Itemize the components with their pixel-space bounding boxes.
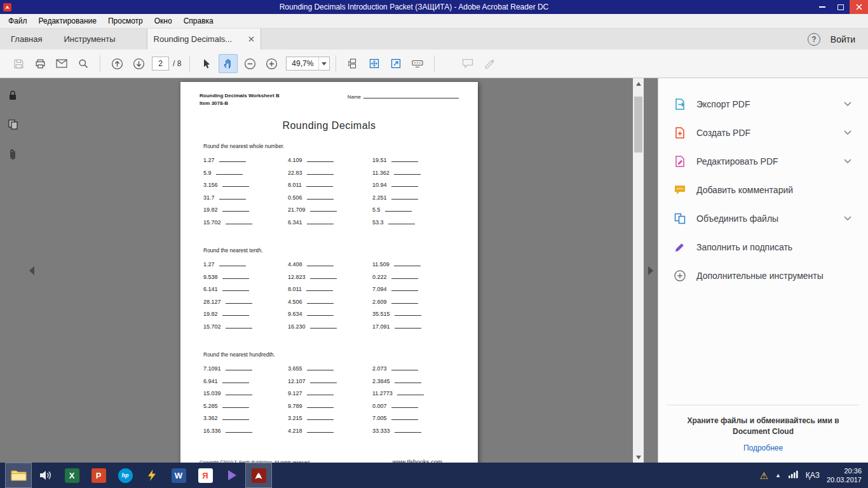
next-page-icon[interactable] [129, 54, 148, 73]
scrollbar-track[interactable] [633, 89, 644, 452]
print-icon[interactable] [31, 54, 50, 73]
hidden-icons-chevron-icon[interactable]: ▲ [775, 472, 781, 478]
tab-home[interactable]: Главная [0, 29, 53, 50]
menu-item[interactable]: Окно [149, 15, 178, 27]
section-instruction: Round the nearest whole number. [203, 143, 459, 149]
volume-icon[interactable] [32, 463, 58, 488]
save-icon[interactable] [9, 54, 28, 73]
panel-tool-label: Экспорт PDF [696, 99, 841, 109]
hand-tool-icon[interactable] [219, 54, 238, 73]
zoom-level-select[interactable]: 49,7% [286, 57, 330, 71]
problem-item: 10.94 [372, 181, 457, 194]
chevron-down-icon[interactable] [841, 99, 854, 109]
panel-tool[interactable]: Объединить файлы [662, 204, 864, 233]
panel-tool[interactable]: Редактировать PDF [662, 147, 864, 175]
previous-page-icon[interactable] [107, 54, 126, 73]
problem-number: 3.655 [288, 365, 302, 372]
answer-blank [222, 273, 249, 279]
scrolling-view-icon[interactable] [343, 54, 362, 73]
panel-tool[interactable]: Добавить комментарий [662, 175, 864, 204]
problem-item: 15.702 [203, 323, 288, 336]
problem-item: 12.823 [288, 273, 372, 286]
language-indicator[interactable]: ҚАЗ [806, 471, 820, 480]
scroll-up-button[interactable] [633, 78, 644, 89]
help-icon[interactable] [808, 33, 820, 46]
panel-tool[interactable]: Дополнительные инструменты [662, 261, 864, 290]
select-tool-icon[interactable] [197, 54, 216, 73]
problem-number: 17.091 [372, 323, 390, 330]
panel-tool[interactable]: Экспорт PDF [662, 90, 864, 118]
touch-mode-icon[interactable] [408, 54, 427, 73]
menu-item[interactable]: Просмотр [102, 15, 149, 27]
problem-item: 3.215 [288, 414, 372, 427]
powerpoint-icon[interactable]: P [85, 463, 112, 488]
comment-tool-icon[interactable] [458, 54, 477, 73]
network-signal-icon[interactable] [788, 470, 799, 481]
problem-number: 9.789 [288, 403, 302, 409]
problem-item: 12.107 [288, 377, 372, 390]
problem-number: 35.515 [372, 311, 390, 317]
tab-tools[interactable]: Инструменты [53, 29, 126, 50]
file-explorer-icon[interactable] [5, 463, 32, 488]
answer-blank [394, 261, 421, 266]
vertical-scrollbar[interactable] [633, 78, 644, 463]
problem-item: 1.27 [203, 261, 288, 273]
warning-icon[interactable]: ⚠ [759, 471, 768, 480]
search-icon[interactable] [74, 54, 93, 73]
tab-document[interactable]: Rounding Decimals... [147, 29, 261, 50]
answer-blank [226, 298, 252, 304]
clock[interactable]: 20:36 20.03.2017 [827, 466, 862, 484]
yellow-app-icon[interactable] [139, 463, 165, 488]
minimize-button[interactable] [813, 0, 831, 14]
scrollbar-thumb[interactable] [634, 97, 642, 152]
collapse-right-panel-icon[interactable] [648, 266, 653, 275]
scroll-down-button[interactable] [633, 452, 644, 463]
pdf-page: Rounding Decimals Worksheet B Item 3078-… [180, 82, 478, 463]
zoom-caret-button[interactable] [318, 57, 329, 70]
problem-number: 6.141 [203, 286, 218, 292]
lock-icon[interactable] [8, 90, 18, 104]
fit-page-icon[interactable] [365, 54, 384, 73]
answer-blank [391, 273, 418, 279]
word-icon[interactable]: W [165, 463, 192, 488]
zoom-in-icon[interactable] [262, 54, 281, 73]
tab-close-icon[interactable] [248, 36, 254, 42]
chevron-down-icon[interactable] [841, 156, 854, 166]
close-button[interactable] [850, 0, 868, 14]
problem-number: 8.011 [288, 182, 302, 188]
sign-in-button[interactable]: Войти [831, 34, 855, 44]
problem-number: 0.007 [372, 403, 387, 409]
menu-item[interactable]: Справка [178, 15, 219, 27]
acrobat-icon[interactable] [245, 463, 272, 488]
page-number-input[interactable] [152, 57, 169, 71]
worksheet-main-title: Rounding Decimals [200, 120, 459, 132]
email-icon[interactable] [52, 54, 71, 73]
answer-blank [391, 156, 418, 162]
paperclip-icon[interactable] [8, 148, 17, 163]
answer-blank [310, 206, 337, 212]
chevron-down-icon[interactable] [841, 128, 854, 138]
panel-tool[interactable]: Заполнить и подписать [662, 233, 864, 261]
copy-pages-icon[interactable] [8, 119, 18, 133]
panel-tool[interactable]: Создать PDF [662, 118, 864, 147]
collapse-left-panel-icon[interactable] [29, 266, 34, 275]
hp-icon[interactable]: hp [112, 463, 139, 488]
chevron-down-icon[interactable] [841, 214, 854, 224]
highlighter-tool-icon[interactable] [480, 54, 499, 73]
zoom-out-icon[interactable] [240, 54, 259, 73]
excel-icon[interactable]: X [58, 463, 85, 488]
menu-item[interactable]: Файл [3, 15, 33, 27]
problem-item: 7.094 [372, 285, 457, 298]
fullscreen-icon[interactable] [386, 54, 405, 73]
promo-learn-more-link[interactable]: Подробнее [675, 444, 851, 452]
yandex-icon[interactable]: Я [192, 463, 219, 488]
problem-number: 7.005 [372, 415, 387, 421]
maximize-button[interactable] [831, 0, 850, 14]
problem-item: 8.011 [288, 181, 372, 194]
maximize-icon [837, 4, 844, 10]
media-player-icon[interactable] [219, 463, 245, 488]
menu-item[interactable]: Редактирование [33, 15, 102, 27]
tab-bar: Главная Инструменты Rounding Decimals...… [0, 29, 868, 50]
pdf-viewport: Rounding Decimals Worksheet B Item 3078-… [25, 78, 633, 463]
answer-blank [307, 402, 334, 408]
